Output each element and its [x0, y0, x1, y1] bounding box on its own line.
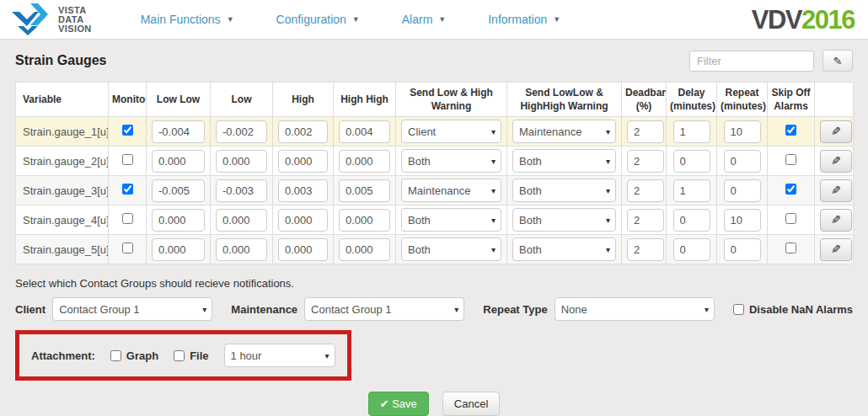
send-low-high-select[interactable]: Both — [401, 237, 501, 261]
high-input[interactable] — [278, 238, 328, 261]
high-input[interactable] — [278, 120, 328, 143]
edit-row-button[interactable]: ✎ — [820, 120, 852, 143]
low-low-cell — [147, 205, 211, 235]
repeat-input[interactable] — [724, 209, 761, 232]
strain-gauges-table: VariableMonitorLow LowLowHighHigh HighSe… — [15, 82, 854, 264]
send-low-high-select[interactable]: Both — [401, 149, 501, 173]
table-row: Strain.gauge_5[u]BothBoth✎ — [16, 235, 854, 264]
delay-input[interactable] — [673, 209, 710, 232]
deadband-input[interactable] — [627, 209, 664, 232]
edit-row-button[interactable]: ✎ — [820, 179, 852, 202]
attachment-interval-select[interactable]: 1 hour — [224, 344, 335, 367]
send-lowlow-highhigh-select-wrap: Both — [512, 237, 616, 261]
high-high-input[interactable] — [339, 150, 390, 173]
deadband-input[interactable] — [627, 120, 664, 143]
low-low-input[interactable] — [152, 150, 205, 173]
delay-input[interactable] — [673, 179, 710, 202]
delay-input[interactable] — [673, 238, 710, 261]
low-input[interactable] — [216, 150, 267, 173]
repeat-input[interactable] — [724, 179, 761, 202]
repeat-input[interactable] — [724, 150, 761, 173]
high-input[interactable] — [278, 150, 328, 173]
monitor-checkbox[interactable] — [122, 154, 133, 165]
logo-text: VISTA DATA VISION — [58, 6, 92, 34]
send-lowlow-highhigh-select-wrap: Both — [512, 149, 616, 173]
send-lowlow-highhigh-select[interactable]: Both — [512, 179, 616, 202]
low-input[interactable] — [216, 120, 267, 143]
send-lowlow-highhigh-select[interactable]: Maintenance — [512, 120, 616, 143]
send-low-high-select[interactable]: Both — [401, 208, 501, 232]
skip-off-alarms-checkbox[interactable] — [785, 154, 796, 165]
low-low-input[interactable] — [152, 238, 205, 261]
save-button[interactable]: ✔ Save — [368, 392, 429, 416]
monitor-checkbox[interactable] — [122, 213, 133, 224]
nav-item-information[interactable]: Information▼ — [488, 13, 560, 26]
high-high-input[interactable] — [339, 179, 390, 202]
nav-item-configuration[interactable]: Configuration▼ — [276, 13, 360, 26]
attachment-interval-select-wrap: 1 hour — [224, 344, 335, 367]
disable-nan-wrap: Disable NaN Alarms — [733, 303, 853, 316]
send-lowlow-highhigh-cell: Maintenance — [507, 117, 622, 147]
send-low-high-select[interactable]: Maintenance — [401, 179, 501, 202]
low-low-input[interactable] — [152, 209, 205, 232]
send-low-high-cell: Maintenance — [396, 176, 507, 205]
cancel-button[interactable]: Cancel — [442, 392, 500, 416]
repeat-input[interactable] — [724, 238, 761, 261]
low-low-input[interactable] — [152, 120, 205, 143]
send-lowlow-highhigh-cell: Both — [507, 205, 622, 235]
delay-input[interactable] — [673, 150, 710, 173]
skip-off-alarms-checkbox[interactable] — [785, 213, 796, 224]
low-cell — [211, 235, 273, 264]
low-input[interactable] — [216, 238, 267, 261]
high-high-input[interactable] — [339, 120, 390, 143]
nav-item-alarm[interactable]: Alarm▼ — [402, 13, 446, 26]
maintenance-select[interactable]: Contact Group 1 — [304, 297, 464, 321]
skip-off-alarms-checkbox[interactable] — [785, 243, 796, 253]
low-input[interactable] — [216, 209, 267, 232]
client-select[interactable]: Contact Group 1 — [52, 297, 212, 321]
high-cell — [273, 147, 334, 176]
delay-input[interactable] — [673, 120, 710, 143]
file-checkbox[interactable] — [174, 350, 185, 361]
deadband-input[interactable] — [627, 238, 664, 261]
deadband-cell — [622, 176, 667, 205]
graph-checkbox[interactable] — [110, 350, 121, 361]
column-header-send-low-high-warning: Send Low & High Warning — [396, 83, 507, 117]
deadband-input[interactable] — [627, 179, 664, 202]
send-lowlow-highhigh-select[interactable]: Both — [512, 208, 616, 232]
delay-cell — [667, 147, 717, 176]
low-low-input[interactable] — [152, 179, 205, 202]
filter-input[interactable] — [689, 51, 814, 72]
send-lowlow-highhigh-select[interactable]: Both — [512, 237, 616, 261]
high-input[interactable] — [278, 179, 328, 202]
client-select-wrap: Contact Group 1 — [52, 297, 212, 321]
edit-table-button[interactable]: ✎ — [822, 50, 853, 72]
deadband-cell — [622, 117, 667, 147]
repeat-type-select[interactable]: None — [555, 297, 715, 321]
monitor-checkbox[interactable] — [122, 125, 133, 136]
monitor-checkbox[interactable] — [122, 184, 133, 195]
repeat-input[interactable] — [724, 120, 761, 143]
deadband-input[interactable] — [627, 150, 664, 173]
nav-item-main-functions[interactable]: Main Functions▼ — [141, 13, 234, 26]
caret-down-icon: ▼ — [352, 16, 360, 24]
disable-nan-checkbox[interactable] — [733, 304, 744, 315]
send-lowlow-highhigh-select[interactable]: Both — [512, 149, 616, 173]
high-input[interactable] — [278, 209, 328, 232]
high-high-input[interactable] — [339, 209, 390, 232]
edit-row-button[interactable]: ✎ — [820, 209, 852, 232]
send-low-high-cell: Both — [396, 235, 507, 264]
table-row: Strain.gauge_4[u]BothBoth✎ — [16, 205, 854, 235]
skip-off-alarms-checkbox[interactable] — [785, 184, 796, 195]
high-cell — [273, 176, 334, 205]
high-high-input[interactable] — [339, 238, 390, 261]
low-input[interactable] — [216, 179, 267, 202]
monitor-checkbox[interactable] — [122, 243, 133, 253]
skip-off-alarms-checkbox[interactable] — [785, 125, 796, 136]
edit-row-button[interactable]: ✎ — [820, 150, 852, 173]
delay-cell — [667, 205, 717, 235]
high-cell — [273, 205, 334, 235]
edit-cell: ✎ — [815, 147, 854, 176]
edit-row-button[interactable]: ✎ — [820, 238, 852, 261]
send-low-high-select[interactable]: Client — [401, 120, 501, 143]
